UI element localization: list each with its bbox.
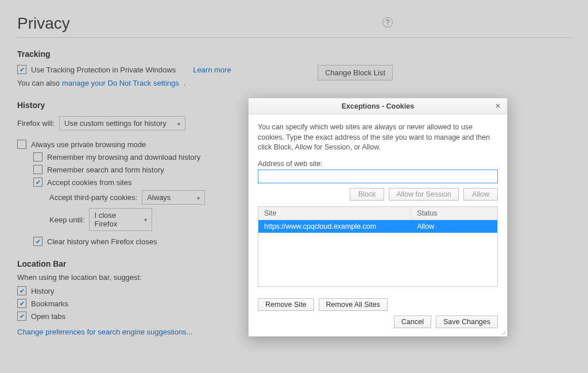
dialog-description: You can specify which web sites are alwa… xyxy=(258,122,498,153)
accept-cookies-checkbox[interactable] xyxy=(33,178,42,187)
clear-history-label: Clear history when Firefox closes xyxy=(47,237,157,246)
cell-site: https://www.cpqcloud.example.com xyxy=(258,220,411,233)
suggest-opentabs-checkbox[interactable] xyxy=(17,312,26,321)
tracking-heading: Tracking xyxy=(17,49,571,59)
address-label: Address of web site: xyxy=(258,160,498,168)
change-block-list-button[interactable]: Change Block List xyxy=(318,65,393,80)
manage-dnt-link[interactable]: manage your Do Not Track settings xyxy=(62,79,179,87)
suggest-history-label: History xyxy=(31,287,54,295)
dialog-titlebar[interactable]: Exceptions - Cookies × xyxy=(249,98,507,114)
remove-all-sites-button[interactable]: Remove All Sites xyxy=(319,298,388,311)
remember-browsing-label: Remember my browsing and download histor… xyxy=(47,153,200,161)
keep-until-select[interactable]: I close Firefox xyxy=(89,208,152,231)
exceptions-cookies-dialog: Exceptions - Cookies × You can specify w… xyxy=(248,98,508,337)
clear-history-checkbox[interactable] xyxy=(33,237,42,246)
third-party-label: Accept third-party cookies: xyxy=(49,193,137,202)
col-status-header[interactable]: Status xyxy=(411,207,497,220)
tracking-protection-label: Use Tracking Protection in Private Windo… xyxy=(31,66,176,74)
dnt-prefix: You can also xyxy=(17,79,60,87)
suggest-bookmarks-label: Bookmarks xyxy=(31,299,68,308)
suggest-bookmarks-checkbox[interactable] xyxy=(17,299,26,308)
always-private-checkbox[interactable] xyxy=(17,140,26,149)
third-party-select[interactable]: Always xyxy=(142,190,205,205)
suggest-opentabs-label: Open tabs xyxy=(31,312,65,321)
save-changes-button[interactable]: Save Changes xyxy=(436,316,498,328)
table-header: Site Status xyxy=(258,207,497,220)
dnt-suffix: . xyxy=(184,79,186,87)
remember-search-label: Remember search and form history xyxy=(47,166,164,174)
page-title: Privacy xyxy=(17,14,70,33)
allow-session-button[interactable]: Allow for Session xyxy=(389,188,459,201)
firefox-will-select[interactable]: Use custom settings for history xyxy=(59,116,185,130)
close-icon[interactable]: × xyxy=(493,101,502,110)
remove-site-button[interactable]: Remove Site xyxy=(258,298,314,311)
allow-button[interactable]: Allow xyxy=(463,188,498,201)
divider xyxy=(17,37,571,38)
keep-until-label: Keep until: xyxy=(49,216,84,224)
col-site-header[interactable]: Site xyxy=(258,207,411,220)
remember-browsing-checkbox[interactable] xyxy=(33,152,42,161)
exceptions-table: Site Status https://www.cpqcloud.example… xyxy=(258,206,498,287)
firefox-will-label: Firefox will: xyxy=(17,119,55,128)
address-input[interactable] xyxy=(258,170,498,183)
table-row[interactable]: https://www.cpqcloud.example.com Allow xyxy=(258,220,497,233)
cancel-button[interactable]: Cancel xyxy=(394,316,431,328)
dialog-title: Exceptions - Cookies xyxy=(342,102,414,110)
tracking-protection-checkbox[interactable] xyxy=(17,65,26,74)
remember-search-checkbox[interactable] xyxy=(33,165,42,174)
always-private-label: Always use private browsing mode xyxy=(31,140,146,149)
learn-more-link[interactable]: Learn more xyxy=(193,66,231,74)
cell-status: Allow xyxy=(411,220,497,233)
change-search-prefs-link[interactable]: Change preferences for search engine sug… xyxy=(17,328,193,336)
block-button[interactable]: Block xyxy=(350,188,384,201)
resize-handle[interactable] xyxy=(500,329,506,335)
accept-cookies-label: Accept cookies from sites xyxy=(47,178,131,187)
help-icon[interactable]: ? xyxy=(382,17,393,28)
suggest-history-checkbox[interactable] xyxy=(17,286,26,295)
